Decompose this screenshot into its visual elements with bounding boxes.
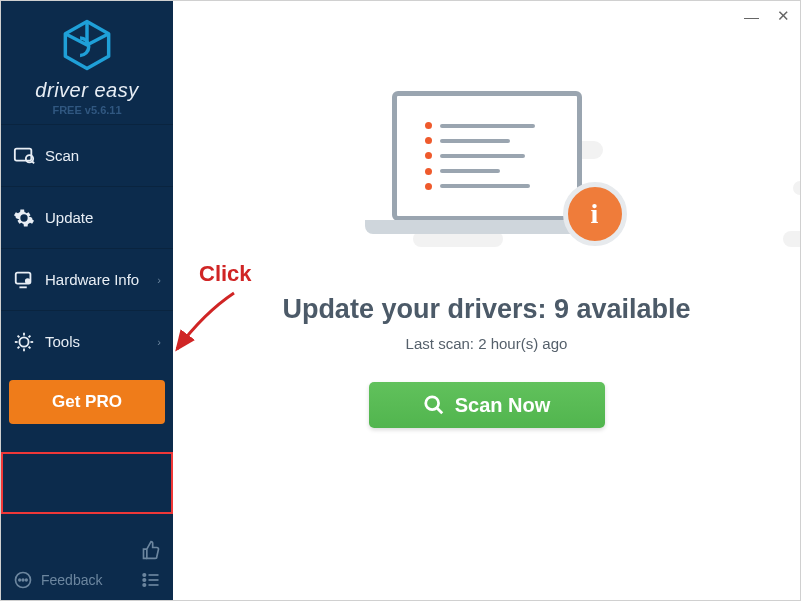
feedback-button[interactable]: Feedback [13,570,102,590]
hardware-icon [13,269,35,291]
last-scan-text: Last scan: 2 hour(s) ago [406,335,568,352]
sidebar-item-label: Update [45,209,93,226]
get-pro-button[interactable]: Get PRO [9,380,165,424]
feedback-label: Feedback [41,572,102,588]
sidebar-item-label: Hardware Info [45,271,139,288]
sidebar: driver easy FREE v5.6.11 Scan [1,1,173,600]
svg-point-19 [26,579,28,581]
svg-line-15 [29,335,31,337]
sidebar-item-tools[interactable]: Tools › [1,310,173,372]
gear-icon [13,207,35,229]
svg-line-13 [29,346,31,348]
sidebar-item-label: Tools [45,333,80,350]
laptop-illustration: i [357,91,617,266]
svg-line-12 [18,335,20,337]
svg-point-7 [19,337,28,346]
tools-icon [13,331,35,353]
main-content: i Update your drivers: 9 available Last … [173,31,800,600]
scan-now-label: Scan Now [455,394,551,417]
svg-point-6 [25,278,30,284]
chat-icon [13,570,33,590]
thumbs-up-icon[interactable] [141,540,161,560]
get-pro-label: Get PRO [52,392,122,412]
document-icon [417,112,557,200]
svg-line-3 [32,161,34,163]
svg-point-18 [22,579,24,581]
svg-point-20 [143,574,146,577]
sidebar-nav: Scan Update Hardware I [1,124,173,372]
svg-point-22 [143,584,146,587]
main-area: — ✕ [173,1,800,600]
app-logo-icon [61,19,113,71]
list-icon[interactable] [141,570,161,590]
sidebar-footer: Feedback [1,530,173,600]
chevron-right-icon: › [157,336,161,348]
scan-icon [13,145,35,167]
app-version: FREE v5.6.11 [1,104,173,116]
title-bar: — ✕ [173,1,800,31]
scan-now-button[interactable]: Scan Now [369,382,605,428]
svg-point-26 [425,397,438,410]
sidebar-item-scan[interactable]: Scan [1,124,173,186]
laptop-screen [392,91,582,221]
info-badge-icon: i [563,182,627,246]
annotation-highlight-box [1,452,173,514]
svg-point-17 [19,579,21,581]
close-button[interactable]: ✕ [777,7,790,25]
svg-line-14 [18,346,20,348]
search-icon [423,394,445,416]
sidebar-item-hardware-info[interactable]: Hardware Info › [1,248,173,310]
minimize-button[interactable]: — [744,8,759,25]
logo-block: driver easy FREE v5.6.11 [1,1,173,124]
app-name: driver easy [1,79,173,102]
sidebar-item-label: Scan [45,147,79,164]
chevron-right-icon: › [157,274,161,286]
footer-like-row [13,540,161,560]
svg-line-27 [436,408,442,414]
sidebar-item-update[interactable]: Update [1,186,173,248]
svg-point-21 [143,579,146,582]
